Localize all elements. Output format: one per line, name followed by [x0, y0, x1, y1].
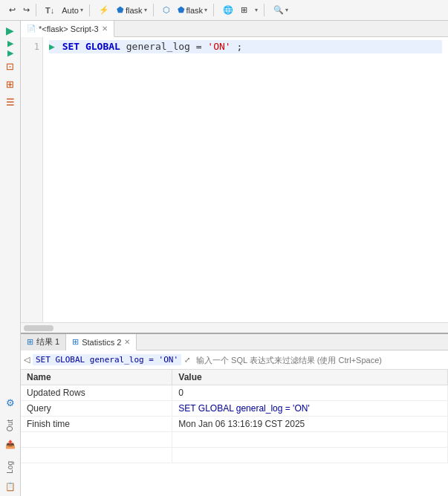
view-group: 🌐 ⊞ ▾	[217, 4, 264, 16]
line-numbers: 1	[21, 37, 43, 322]
run-icon[interactable]: ▶	[2, 22, 19, 39]
search-arrow-icon: ▾	[285, 7, 288, 13]
execute-button[interactable]: ⚡	[96, 4, 112, 16]
table-row: Finish time Mon Jan 06 13:16:19 CST 2025	[21, 417, 448, 432]
script3-tab[interactable]: 📄 *<flask> Script-3 ✕	[21, 21, 114, 37]
log-label: Log	[6, 461, 14, 474]
empty-row	[21, 448, 448, 463]
format-button[interactable]: T↓	[42, 4, 57, 16]
statistics-tab-close[interactable]: ✕	[124, 338, 130, 346]
statistics-tab[interactable]: ⊞ Statistics 2 ✕	[66, 334, 137, 350]
col-header-value: Value	[172, 370, 448, 385]
expand-icon[interactable]: ⤢	[184, 356, 190, 364]
results-icon[interactable]: ⊡	[2, 58, 19, 74]
keyword-set: SET	[62, 41, 79, 52]
target-button[interactable]: ⬡	[160, 4, 173, 16]
flask2-icon: ⬟	[178, 5, 185, 15]
results-table: Name Value Updated Rows 0 Query SE	[21, 370, 448, 496]
horizontal-scrollbar[interactable]	[21, 322, 448, 333]
search-icon: 🔍	[273, 5, 284, 15]
row-0-name: Updated Rows	[21, 385, 172, 401]
script3-tab-label: *<flask> Script-3	[39, 25, 99, 33]
search-group: 🔍 ▾	[267, 4, 294, 16]
log-icon[interactable]: 📋	[2, 478, 19, 495]
more-dropdown-button[interactable]: ▾	[252, 5, 261, 15]
flask1-label: flask	[126, 6, 143, 15]
global-button[interactable]: 🌐	[220, 4, 236, 16]
code-line-1: ▶ SET GLOBAL general_log = 'ON' ;	[49, 40, 442, 53]
auto-dropdown-button[interactable]: Auto ▾	[59, 4, 86, 16]
statistics-tab-label: Statistics 2	[82, 338, 121, 347]
bottom-tab-bar: ⊞ 结果 1 ⊞ Statistics 2 ✕	[21, 334, 448, 350]
string-value: 'ON'	[207, 41, 230, 52]
target-group: ⬡ ⬟ flask ▾	[157, 4, 215, 16]
filter-bar: ◁ SET GLOBAL general_log = 'ON' ⤢	[21, 350, 448, 370]
table-row: Updated Rows 0	[21, 385, 448, 401]
script3-tab-icon: 📄	[27, 25, 36, 33]
row-0-value: 0	[172, 385, 448, 401]
line-number-1: 1	[21, 40, 42, 53]
redo-button[interactable]: ↪	[20, 4, 33, 16]
semicolon: ;	[236, 41, 242, 52]
row-2-name: Finish time	[21, 417, 172, 432]
execute-group: ⚡ ⬟ flask ▾	[93, 4, 154, 16]
editor-tab-bar: 📄 *<flask> Script-3 ✕	[21, 21, 448, 37]
flask2-dropdown-button[interactable]: ⬟ flask ▾	[175, 4, 211, 16]
statistics-table: Name Value Updated Rows 0 Query SE	[21, 370, 448, 463]
left-sidebar: ▶ ▶▶ ⊡ ⊞ ☰ ⚙ Out 📤 Log 📋	[0, 21, 21, 496]
undo-redo-group: ↩ ↪	[3, 4, 36, 16]
code-content[interactable]: ▶ SET GLOBAL general_log = 'ON' ;	[43, 37, 448, 322]
grid-button[interactable]: ⊞	[238, 4, 250, 16]
filter-code-label: SET GLOBAL general_log = 'ON'	[33, 354, 181, 365]
flask2-arrow-icon: ▾	[204, 7, 207, 13]
operator: =	[196, 41, 202, 52]
run-arrow-icon: ▶	[49, 41, 55, 52]
row-1-name: Query	[21, 401, 172, 417]
results-tab-icon: ⊞	[27, 337, 33, 347]
flask1-dropdown-button[interactable]: ⬟ flask ▾	[114, 4, 150, 16]
table-row: Query SET GLOBAL general_log = 'ON'	[21, 401, 448, 417]
filter-input[interactable]	[193, 356, 445, 365]
script3-tab-close[interactable]: ✕	[102, 25, 108, 33]
explain-icon[interactable]: ⊞	[2, 76, 19, 92]
auto-label: Auto	[62, 6, 79, 15]
out-icon[interactable]: 📤	[2, 436, 19, 452]
statistics-tab-icon: ⊞	[72, 337, 79, 347]
identifier: general_log	[126, 41, 196, 52]
row-1-value: SET GLOBAL general_log = 'ON'	[172, 401, 448, 417]
bottom-panel: ⊞ 结果 1 ⊞ Statistics 2 ✕ ◁ SET GLOBAL gen…	[21, 333, 448, 496]
run-step-icon[interactable]: ▶▶	[2, 40, 19, 56]
scrollbar-thumb[interactable]	[24, 325, 53, 331]
undo-button[interactable]: ↩	[6, 4, 19, 16]
flask2-label: flask	[186, 6, 204, 15]
code-editor[interactable]: 1 ▶ SET GLOBAL general_log = 'ON' ;	[21, 37, 448, 322]
results-tab-label: 结果 1	[36, 336, 59, 347]
more-arrow-icon: ▾	[255, 7, 258, 13]
search-button[interactable]: 🔍 ▾	[270, 4, 291, 16]
results-tab[interactable]: ⊞ 结果 1	[21, 334, 66, 350]
flask1-arrow-icon: ▾	[144, 7, 147, 13]
settings-icon[interactable]: ⚙	[2, 394, 19, 411]
row-2-value: Mon Jan 06 13:16:19 CST 2025	[172, 417, 448, 432]
filter-icon: ◁	[24, 355, 30, 365]
auto-arrow-icon: ▾	[80, 7, 83, 13]
keyword-global: GLOBAL	[85, 41, 120, 52]
format-group: T↓ Auto ▾	[39, 4, 90, 16]
flask1-icon: ⬟	[117, 5, 124, 15]
col-header-name: Name	[21, 370, 172, 385]
toolbar: ↩ ↪ T↓ Auto ▾ ⚡ ⬟ flask ▾ ⬡ ⬟ flask ▾	[0, 0, 448, 21]
plan-icon[interactable]: ☰	[2, 94, 19, 110]
empty-row	[21, 432, 448, 448]
out-label: Out	[6, 420, 14, 431]
